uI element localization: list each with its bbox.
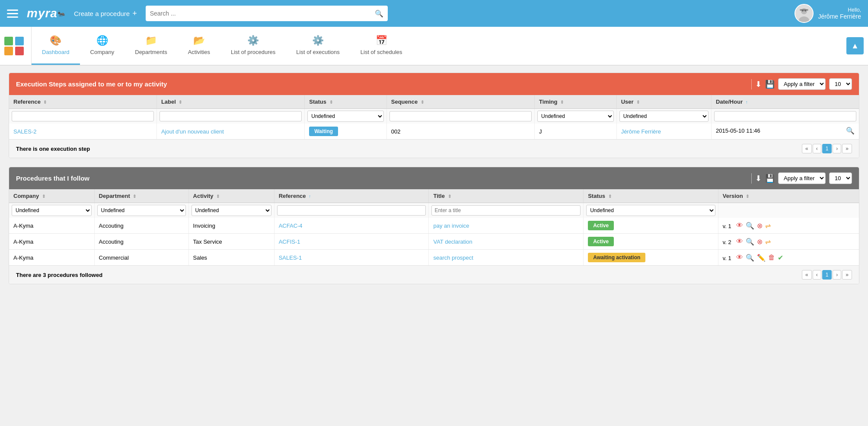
filter-activity-select[interactable]: Undefined (191, 205, 271, 216)
logo-text: myra (27, 6, 57, 20)
col-version: Version ⇕ (718, 189, 859, 203)
action-icons: 👁 🔍 ⊗ ⇌ (736, 238, 771, 246)
tab-dashboard[interactable]: 🎨 Dashboard (32, 27, 80, 65)
row-reference: SALES-2 (9, 124, 156, 139)
cancel-icon[interactable]: ⊗ (757, 238, 763, 246)
page-first-1[interactable]: « (802, 144, 812, 153)
zoom-action-icon[interactable]: 🔍 (746, 238, 754, 246)
procedures-panel: Procedures that I follow ⬇ 💾 Apply a fil… (9, 167, 859, 284)
filter-title-input[interactable] (431, 205, 581, 216)
count-select-1[interactable]: 10 (829, 78, 852, 90)
page-next-1[interactable]: › (833, 144, 841, 153)
view-icon[interactable]: 👁 (736, 238, 743, 245)
filter-datehour-input[interactable] (714, 111, 856, 121)
filter-company-select[interactable]: Undefined (12, 205, 92, 216)
activate-icon[interactable]: ✔ (778, 254, 783, 262)
col-status2: Status ⇕ (584, 189, 718, 203)
title-link[interactable]: pay an invoice (433, 223, 469, 229)
status-badge: Waiting (309, 127, 338, 136)
zoom-action-icon[interactable]: 🔍 (746, 222, 754, 230)
filter-status-select[interactable]: Undefined (307, 111, 384, 122)
zoom-action-icon[interactable]: 🔍 (746, 254, 754, 262)
view-icon[interactable]: 👁 (736, 222, 743, 229)
download-icon[interactable]: ⬇ (755, 79, 762, 89)
page-last-2[interactable]: » (842, 270, 852, 280)
search-bar: 🔍 (146, 6, 388, 21)
col-title: Title ⇕ (429, 189, 584, 203)
ref-link[interactable]: ACFAC-4 (279, 223, 303, 229)
table-row: A-Kyma Accouting Invoicing ACFAC-4 pay a… (9, 218, 859, 234)
page-prev-1[interactable]: ‹ (813, 144, 821, 153)
tab-departments[interactable]: 📁 Departments (124, 27, 177, 65)
execution-steps-actions: ⬇ 💾 Apply a filter 10 (751, 78, 852, 90)
apply-filter-select-2[interactable]: Apply a filter (778, 172, 826, 184)
filter-dept-cell: Undefined (94, 203, 188, 218)
list-executions-icon: ⚙️ (312, 35, 324, 46)
filter-dept-select[interactable]: Undefined (97, 205, 186, 216)
top-navigation: myra 🐜 Create a procedure + 🔍 Hello, Jér… (0, 0, 868, 27)
filter-reference-input[interactable] (12, 111, 154, 121)
user-link[interactable]: Jérôme Ferrière (621, 128, 661, 135)
filter-label-input[interactable] (160, 111, 302, 121)
delete-icon[interactable]: 🗑 (768, 254, 775, 261)
zoom-icon[interactable]: 🔍 (846, 127, 855, 135)
col-reference: Reference ⇕ (9, 95, 156, 109)
status-badge: Awaiting activation (588, 253, 645, 262)
avatar (795, 4, 814, 23)
tab-list-schedules[interactable]: 📅 List of schedules (350, 27, 413, 65)
menu-button[interactable] (7, 10, 18, 18)
label-link[interactable]: Ajout d'un nouveau client (161, 128, 224, 135)
page-current-1[interactable]: 1 (822, 144, 832, 153)
dashboard-icon: 🎨 (50, 35, 61, 46)
version-value: v. 1 (723, 254, 731, 261)
title-link[interactable]: VAT declaration (433, 238, 472, 245)
filter-reference-cell (9, 109, 156, 124)
ref-link[interactable]: ACFIS-1 (279, 238, 300, 245)
tab-activities[interactable]: 📂 Activities (178, 27, 220, 65)
page-prev-2[interactable]: ‹ (813, 270, 821, 280)
row-version: v. 2 👁 🔍 ⊗ ⇌ (718, 234, 859, 250)
reference-link[interactable]: SALES-2 (13, 128, 36, 135)
download-icon-2[interactable]: ⬇ (755, 174, 762, 183)
filter-timing-select[interactable]: Undefined (537, 111, 614, 122)
col-sequence: Sequence ⇕ (386, 95, 534, 109)
ref-link[interactable]: SALES-1 (279, 254, 302, 261)
execution-steps-header: Execution Steps assigned to me or to my … (9, 73, 859, 95)
page-current-2[interactable]: 1 (822, 270, 832, 280)
compare-icon[interactable]: ⇌ (765, 238, 771, 246)
edit-icon[interactable]: ✏️ (757, 254, 766, 262)
filter-status-cell: Undefined (305, 109, 387, 124)
square-green (4, 37, 13, 45)
filter-status2-select[interactable]: Undefined (586, 205, 715, 216)
page-first-2[interactable]: « (802, 270, 812, 280)
upload-button[interactable]: ▲ (846, 37, 864, 54)
tab-company[interactable]: 🌐 Company (80, 27, 125, 65)
col-company: Company ⇕ (9, 189, 94, 203)
page-next-2[interactable]: › (833, 270, 841, 280)
filter-sequence-input[interactable] (389, 111, 532, 121)
col-user: User ⇕ (616, 95, 711, 109)
cancel-icon[interactable]: ⊗ (757, 222, 763, 230)
procedures-count: There are 3 procedures followed (16, 272, 102, 278)
title-link[interactable]: search prospect (433, 254, 473, 261)
tab-list-executions[interactable]: ⚙️ List of executions (286, 27, 350, 65)
apply-filter-select-1[interactable]: Apply a filter (778, 78, 826, 90)
tab-list-procedures[interactable]: ⚙️ List of procedures (220, 27, 286, 65)
row-company: A-Kyma (9, 218, 94, 234)
search-input[interactable] (150, 10, 375, 17)
save-icon[interactable]: 💾 (765, 79, 775, 89)
procedures-actions: ⬇ 💾 Apply a filter 10 (751, 172, 852, 184)
filter-ref-input[interactable] (277, 205, 426, 216)
page-last-1[interactable]: » (842, 144, 852, 153)
col-status: Status ⇕ (305, 95, 387, 109)
count-select-2[interactable]: 10 (829, 172, 852, 184)
filter-user-select[interactable]: Undefined (619, 111, 708, 122)
filter-sequence-cell (386, 109, 534, 124)
create-procedure-button[interactable]: Create a procedure + (74, 9, 137, 18)
row-company: A-Kyma (9, 234, 94, 250)
view-icon[interactable]: 👁 (736, 254, 743, 261)
col-timing: Timing ⇕ (535, 95, 617, 109)
save-icon-2[interactable]: 💾 (765, 174, 775, 183)
compare-icon[interactable]: ⇌ (765, 222, 771, 230)
search-button[interactable]: 🔍 (375, 10, 383, 18)
